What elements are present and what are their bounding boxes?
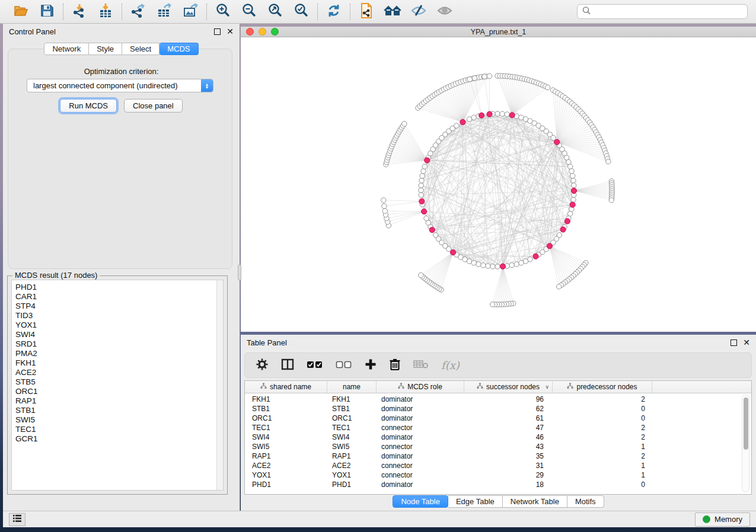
float-panel-icon[interactable] xyxy=(214,28,221,35)
table-row[interactable]: YOX1YOX1connector291 xyxy=(245,470,751,480)
mcds-result-item[interactable]: SWI4 xyxy=(15,330,223,339)
network-node[interactable] xyxy=(545,85,550,89)
table-cell[interactable]: 96 xyxy=(464,395,553,403)
first-neighbors-button[interactable] xyxy=(384,3,401,21)
table-cell[interactable]: 61 xyxy=(464,414,553,422)
table-cell[interactable]: dominator xyxy=(377,414,464,422)
network-node[interactable] xyxy=(495,264,500,269)
table-cell[interactable]: RAP1 xyxy=(245,452,327,460)
network-node[interactable] xyxy=(472,76,477,81)
network-edge[interactable] xyxy=(557,105,574,142)
network-node[interactable] xyxy=(471,115,476,120)
table-cell[interactable]: 29 xyxy=(464,471,553,479)
network-edge[interactable] xyxy=(550,246,565,282)
tab-select[interactable]: Select xyxy=(122,43,160,55)
table-cell[interactable]: 18 xyxy=(464,480,553,489)
export-network-button[interactable] xyxy=(129,3,147,21)
network-canvas[interactable] xyxy=(241,37,756,331)
network-edge[interactable] xyxy=(508,76,512,116)
table-row[interactable]: SWI4SWI4dominator462 xyxy=(245,432,751,442)
network-edge[interactable] xyxy=(400,130,427,161)
table-row[interactable]: SWI5SWI5connector431 xyxy=(245,442,751,451)
table-cell[interactable]: connector xyxy=(377,443,464,451)
network-edge[interactable] xyxy=(421,190,453,252)
delete-table-button[interactable] xyxy=(413,359,429,371)
network-edge[interactable] xyxy=(387,161,427,162)
mcds-result-item[interactable]: SRD1 xyxy=(15,339,223,349)
network-edge[interactable] xyxy=(436,252,453,287)
tab-network-table[interactable]: Network Table xyxy=(503,495,567,508)
save-session-button[interactable] xyxy=(38,3,56,21)
unselect-all-columns-button[interactable] xyxy=(336,360,352,371)
network-edge[interactable] xyxy=(574,183,612,191)
network-node[interactable] xyxy=(609,198,614,203)
network-node[interactable] xyxy=(382,204,387,209)
network-window-titlebar[interactable]: YPA_prune.txt_1 xyxy=(241,27,756,37)
table-cell[interactable]: 2 xyxy=(553,433,652,441)
network-hub-node[interactable] xyxy=(547,243,552,249)
network-node[interactable] xyxy=(490,302,495,307)
network-node[interactable] xyxy=(519,260,524,265)
network-node[interactable] xyxy=(481,263,486,268)
float-table-panel-icon[interactable] xyxy=(731,339,737,346)
table-row[interactable]: TEC1TEC1connector472 xyxy=(245,423,751,432)
table-cell[interactable]: TEC1 xyxy=(245,424,327,432)
network-edge[interactable] xyxy=(557,125,591,142)
network-node[interactable] xyxy=(569,169,574,174)
network-node[interactable] xyxy=(505,112,509,117)
table-row[interactable]: PHD1PHD1dominator180 xyxy=(245,480,751,489)
table-cell[interactable]: ORC1 xyxy=(245,414,327,422)
mcds-result-item[interactable]: STB1 xyxy=(15,406,223,415)
network-hub-node[interactable] xyxy=(571,188,576,193)
network-hub-node[interactable] xyxy=(460,119,465,124)
network-node[interactable] xyxy=(422,164,427,169)
network-hub-node[interactable] xyxy=(533,254,538,259)
table-cell[interactable]: dominator xyxy=(377,433,464,441)
add-column-button[interactable] xyxy=(365,358,377,372)
delete-column-button[interactable] xyxy=(389,358,401,373)
network-hub-node[interactable] xyxy=(487,111,492,117)
mcds-result-item[interactable]: PMA2 xyxy=(15,349,223,358)
network-node[interactable] xyxy=(606,159,611,164)
zoom-in-button[interactable] xyxy=(214,3,232,21)
mcds-result-item[interactable]: RAP1 xyxy=(15,396,223,406)
network-hub-node[interactable] xyxy=(419,198,425,204)
table-cell[interactable]: SWI5 xyxy=(327,443,377,451)
tab-edge-table[interactable]: Edge Table xyxy=(448,495,503,508)
network-edge[interactable] xyxy=(512,85,543,115)
table-cell[interactable]: 47 xyxy=(464,424,553,432)
open-file-button[interactable] xyxy=(12,3,30,21)
network-hub-node[interactable] xyxy=(509,113,515,118)
table-row[interactable]: STB1STB1dominator620 xyxy=(245,404,751,414)
import-table-button[interactable] xyxy=(97,3,114,21)
network-edge[interactable] xyxy=(484,76,489,114)
network-node[interactable] xyxy=(382,209,387,213)
network-hub-node[interactable] xyxy=(479,113,484,118)
mcds-result-item[interactable]: ORC1 xyxy=(15,387,223,396)
table-cell[interactable]: 1 xyxy=(553,443,652,451)
network-edge[interactable] xyxy=(428,252,453,280)
table-cell[interactable]: TEC1 xyxy=(327,424,377,432)
network-edge[interactable] xyxy=(550,246,572,277)
network-hub-node[interactable] xyxy=(500,264,505,269)
network-node[interactable] xyxy=(500,111,505,116)
mcds-result-item[interactable]: STP4 xyxy=(15,302,223,311)
network-edge[interactable] xyxy=(399,132,427,160)
column-header-mcds-role[interactable]: MCDS role xyxy=(377,381,464,393)
network-hub-node[interactable] xyxy=(564,219,570,224)
network-hub-node[interactable] xyxy=(554,139,560,145)
show-column-panel-button[interactable] xyxy=(281,358,294,373)
mcds-list-scrollbar[interactable] xyxy=(216,280,223,490)
network-edge[interactable] xyxy=(550,246,567,280)
network-edge[interactable] xyxy=(557,107,576,142)
close-table-panel-icon[interactable]: ✕ xyxy=(743,338,750,347)
table-cell[interactable]: YOX1 xyxy=(327,471,377,479)
export-image-button[interactable] xyxy=(181,3,199,21)
zoom-fit-button[interactable] xyxy=(266,3,284,21)
table-cell[interactable]: FKH1 xyxy=(245,395,327,403)
network-node[interactable] xyxy=(381,198,386,203)
task-history-button[interactable] xyxy=(9,513,25,526)
network-edge[interactable] xyxy=(550,246,584,265)
table-cell[interactable]: connector xyxy=(377,471,464,479)
network-edge[interactable] xyxy=(495,267,503,305)
